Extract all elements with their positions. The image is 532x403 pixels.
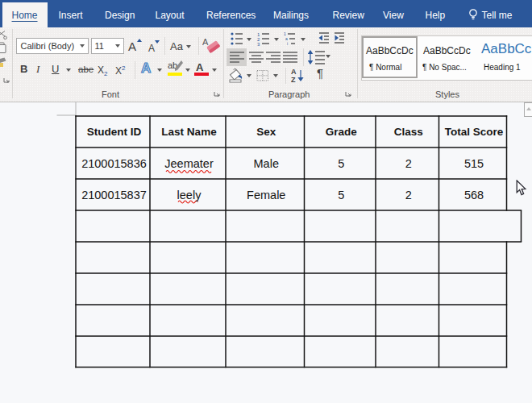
svg-text:i: i	[287, 41, 288, 46]
svg-text:3: 3	[257, 42, 260, 47]
svg-text:A: A	[291, 68, 297, 76]
svg-text:A: A	[202, 37, 209, 47]
svg-text:Z: Z	[291, 76, 296, 83]
